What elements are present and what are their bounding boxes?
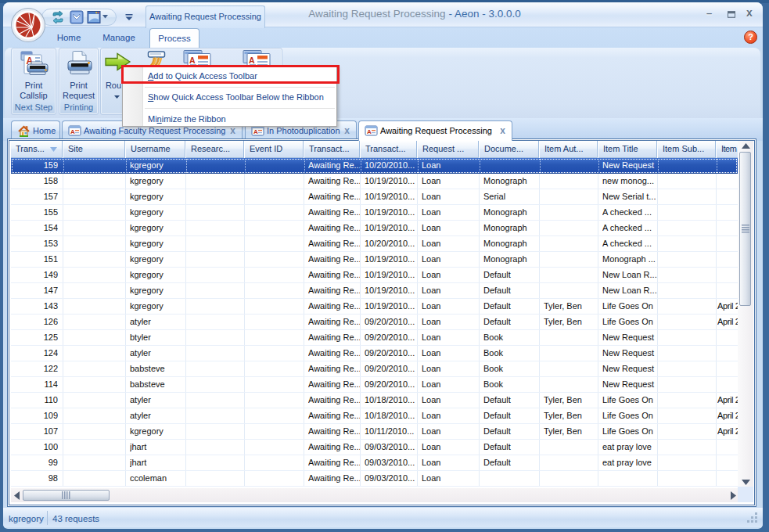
svg-text:A: A: [189, 56, 196, 65]
svg-text:A: A: [367, 128, 372, 135]
svg-text:A: A: [253, 128, 258, 135]
svg-text:A: A: [249, 56, 255, 65]
svg-text:A: A: [70, 128, 75, 135]
